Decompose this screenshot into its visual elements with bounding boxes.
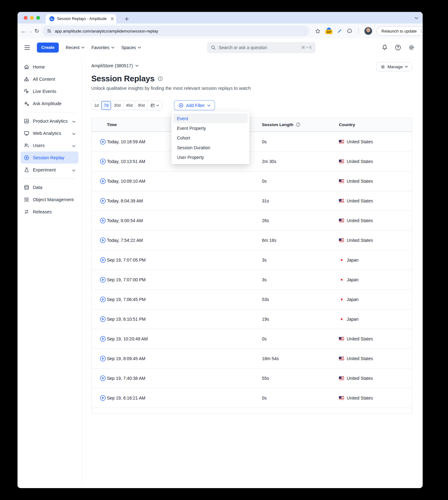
menu-item-user-property[interactable]: User Property <box>173 152 248 162</box>
range-1d-button[interactable]: 1d <box>92 101 101 110</box>
sidebar-item-all-content[interactable]: All Content <box>21 73 78 85</box>
menu-spaces[interactable]: Spaces <box>121 45 141 50</box>
bookmark-star-icon[interactable] <box>315 28 321 34</box>
new-tab-button[interactable] <box>122 14 131 23</box>
session-length: 26s <box>262 218 339 223</box>
tab-list-chevron-icon[interactable] <box>415 15 418 21</box>
back-button[interactable]: ← <box>21 26 26 36</box>
play-replay-button[interactable] <box>98 139 107 145</box>
play-replay-button[interactable] <box>98 217 107 224</box>
menu-item-session-duration[interactable]: Session Duration <box>173 143 248 152</box>
table-row[interactable]: Sep 19, 7:06:45 PM53sJapan <box>92 289 412 309</box>
table-row[interactable]: Sep 19, 7:07:05 PM3sJapan <box>92 250 412 270</box>
play-replay-button[interactable] <box>98 178 107 184</box>
sidebar-item-product-analytics[interactable]: Product Analytics <box>21 115 78 127</box>
sidebar-item-experiment[interactable]: Experiment <box>21 164 78 176</box>
info-icon[interactable] <box>158 76 163 81</box>
pencil-extension-icon[interactable] <box>337 28 342 33</box>
play-replay-button[interactable] <box>98 296 107 303</box>
play-replay-button[interactable] <box>98 158 107 165</box>
create-button[interactable]: Create <box>37 43 59 53</box>
table-row[interactable]: Today, 8:00:54 AM26sUnited States <box>92 211 412 230</box>
sidebar-item-web-analytics[interactable]: Web Analytics <box>21 127 78 139</box>
sidebar-item-home[interactable]: Home <box>21 61 78 73</box>
help-icon[interactable] <box>395 44 401 51</box>
profile-avatar[interactable] <box>364 27 372 35</box>
forward-button[interactable]: → <box>28 26 33 36</box>
range-30d-button[interactable]: 30d <box>111 101 123 110</box>
table-row[interactable]: Today, 8:04:39 AM31sUnited States <box>92 191 412 211</box>
range-45d-button[interactable]: 45d <box>123 101 136 110</box>
sidebar-item-object-management[interactable]: Object Management <box>21 193 78 206</box>
search-icon <box>211 45 216 50</box>
relaunch-button[interactable]: Relaunch to update ⋮ <box>377 26 423 36</box>
range-90d-button[interactable]: 90d <box>135 101 148 110</box>
play-replay-button[interactable] <box>98 316 107 322</box>
menu-item-event[interactable]: Event <box>173 114 248 123</box>
browser-menu-icon[interactable]: ⋮ <box>419 28 423 33</box>
menu-recent[interactable]: Recent <box>66 45 84 50</box>
add-filter-button[interactable]: Add Filter <box>174 100 215 110</box>
maximize-window-button[interactable] <box>36 16 40 20</box>
sidebar-item-users[interactable]: Users <box>21 139 78 151</box>
menu-item-cohort[interactable]: Cohort <box>173 133 248 143</box>
table-row[interactable]: Today, 10:09:10 AM0sUnited States <box>92 171 412 191</box>
session-length: 0s <box>262 179 339 184</box>
range-7d-button[interactable]: 7d <box>101 101 111 110</box>
play-replay-button[interactable] <box>98 198 107 204</box>
country-cell: United States <box>339 238 412 243</box>
settings-gear-icon[interactable] <box>408 44 415 51</box>
play-replay-button[interactable] <box>98 395 107 401</box>
custom-date-button[interactable] <box>148 101 162 110</box>
hamburger-menu-icon[interactable] <box>24 45 30 50</box>
close-tab-icon[interactable] <box>111 17 114 20</box>
minimize-window-button[interactable] <box>30 16 34 20</box>
table-row[interactable]: Sep 19, 8:09:45 AM18m 54sUnited States <box>92 349 412 368</box>
session-length: 0s <box>262 139 339 144</box>
country-cell: United States <box>339 336 412 341</box>
sidebar-item-session-replay[interactable]: Session Replay <box>21 151 78 164</box>
sidebar-item-live-events[interactable]: Live Events <box>21 85 78 97</box>
table-row[interactable]: Sep 19, 6:10:51 PM19sJapan <box>92 309 412 329</box>
session-length: 0s <box>262 336 339 341</box>
table-row[interactable]: Today, 10:13:51 AM2m 30sUnited States <box>92 151 412 171</box>
play-replay-button[interactable] <box>98 277 107 283</box>
replay-time: Sep 19, 6:10:51 PM <box>107 317 262 322</box>
sidebar-item-releases[interactable]: Releases <box>21 206 78 218</box>
play-replay-button[interactable] <box>98 237 107 243</box>
extensions-puzzle-icon[interactable] <box>346 28 353 34</box>
table-row[interactable]: Sep 19, 10:20:49 AM0sUnited States <box>92 329 412 349</box>
menu-item-event-property[interactable]: Event Property <box>173 123 248 133</box>
search-input[interactable] <box>219 45 298 50</box>
manage-button[interactable]: Manage <box>376 62 412 71</box>
sidebar-item-label: Home <box>33 64 45 69</box>
info-icon[interactable] <box>296 122 300 127</box>
table-row[interactable]: Sep 19, 7:07:00 PM3sJapan <box>92 270 412 289</box>
country-flag-icon <box>339 317 344 321</box>
play-replay-button[interactable] <box>98 355 107 362</box>
table-row[interactable]: Today, 10:18:59 AM0sUnited States <box>92 132 412 151</box>
play-replay-button[interactable] <box>98 336 107 342</box>
filter-row: 1d 7d 30d 45d 90d Add Filter <box>91 100 215 110</box>
extension-badge-icon[interactable]: 127 <box>325 27 333 35</box>
menu-favorites[interactable]: Favorites <box>91 45 114 50</box>
project-selector[interactable]: AmpliStore (380517) <box>91 63 138 68</box>
global-search[interactable]: ⌘ + K <box>207 42 315 53</box>
chevron-down-icon <box>72 167 75 172</box>
table-row[interactable]: Sep 19, 5:40:59 AM0sBrazil <box>92 408 412 414</box>
notifications-bell-icon[interactable] <box>382 44 388 51</box>
browser-tab[interactable]: Session Replays - Amplitude <box>46 14 116 23</box>
table-row[interactable]: Today, 7:54:22 AM6m 18sUnited States <box>92 230 412 250</box>
close-window-button[interactable] <box>24 16 28 20</box>
table-row[interactable]: Sep 19, 7:40:38 AM55sUnited States <box>92 368 412 388</box>
sidebar-item-label: Web Analytics <box>33 131 61 136</box>
sidebar-item-ask-amplitude[interactable]: Ask Amplitude <box>21 97 78 110</box>
play-replay-button[interactable] <box>98 257 107 263</box>
reload-button[interactable]: ↻ <box>34 26 39 36</box>
sidebar-item-data[interactable]: Data <box>21 181 78 193</box>
play-replay-button[interactable] <box>98 375 107 381</box>
url-bar[interactable]: app.amplitude.com/analytics/amplidemo/se… <box>42 26 309 36</box>
site-settings-icon[interactable] <box>47 28 52 33</box>
country-flag-icon <box>339 258 344 262</box>
table-row[interactable]: Sep 19, 6:16:21 AM0sUnited States <box>92 388 412 408</box>
